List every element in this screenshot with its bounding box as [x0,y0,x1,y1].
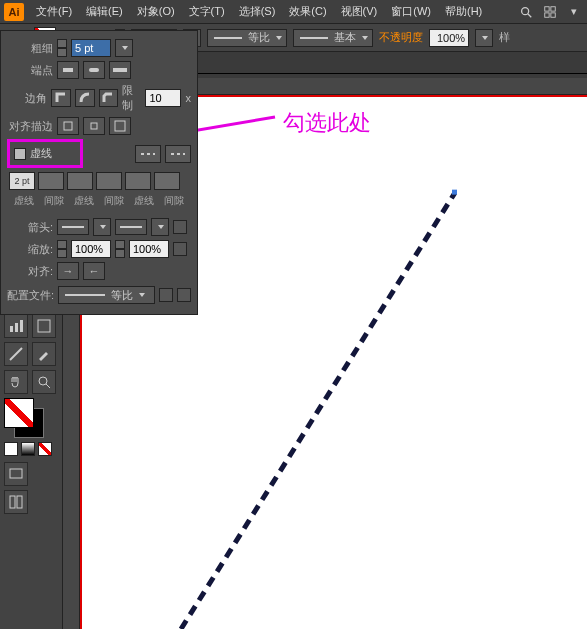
svg-rect-9 [63,68,73,72]
align-inside-button[interactable] [83,117,105,135]
fill-swatch-front[interactable] [4,398,34,428]
scale1-stepper[interactable] [57,240,67,258]
artboard-tool-icon[interactable] [32,314,56,338]
zoom-tool-icon[interactable] [32,370,56,394]
svg-line-1 [528,13,532,17]
weight-dropdown[interactable] [115,39,133,57]
menu-effect[interactable]: 效果(C) [283,2,332,21]
svg-point-0 [522,7,529,14]
graph-tool-icon[interactable] [4,314,28,338]
svg-rect-23 [17,496,22,508]
slice-tool-icon[interactable] [4,342,28,366]
align-end-button[interactable]: ← [83,262,105,280]
svg-line-20 [46,384,50,388]
flip-across-icon[interactable] [159,288,173,302]
search-icon[interactable] [517,3,535,21]
dash-checkbox[interactable] [14,148,26,160]
svg-rect-13 [91,123,97,129]
brush-dropdown[interactable]: 基本 [293,29,373,47]
menu-window[interactable]: 窗口(W) [385,2,437,21]
swap-arrows-icon[interactable] [173,220,187,234]
profile-dropdown[interactable]: 等比 [58,286,155,304]
weight-field[interactable]: 5 pt [71,39,111,57]
svg-rect-2 [545,6,549,10]
menu-right-icons: ▾ [517,3,583,21]
menu-text[interactable]: 文字(T) [183,2,231,21]
stroke-panel: 粗细 5 pt 端点 边角 限制 10 x 对齐描边 虚线 2 pt [0,30,198,315]
svg-rect-15 [10,326,13,332]
none-mode-icon[interactable] [38,442,52,456]
svg-rect-7 [452,190,457,195]
tool-strip [0,310,63,629]
svg-rect-4 [545,12,549,16]
svg-rect-11 [113,68,127,72]
screen-mode-icon[interactable] [4,462,28,486]
chevron-down-icon[interactable]: ▾ [565,3,583,21]
limit-field[interactable]: 10 [145,89,181,107]
align-center-button[interactable] [57,117,79,135]
menu-object[interactable]: 对象(O) [131,2,181,21]
flip-along-icon[interactable] [177,288,191,302]
align-arrow-label: 对齐: [7,264,53,279]
scale2-field[interactable]: 100% [129,240,169,258]
menu-view[interactable]: 视图(V) [335,2,384,21]
arrow-end-caret[interactable] [151,218,169,236]
app-badge: Ai [4,3,24,21]
gap-field-2[interactable] [96,172,122,190]
svg-rect-14 [115,121,125,131]
arrow-start-caret[interactable] [93,218,111,236]
scale1-field[interactable]: 100% [71,240,111,258]
menu-edit[interactable]: 编辑(E) [80,2,129,21]
menu-select[interactable]: 选择(S) [233,2,282,21]
hand-tool-icon[interactable] [4,370,28,394]
gradient-mode-icon[interactable] [21,442,35,456]
opacity-field[interactable]: 100% [429,29,469,47]
opacity-label[interactable]: 不透明度 [379,30,423,45]
scale2-stepper[interactable] [115,240,125,258]
dash-align-button[interactable] [165,145,191,163]
cap-square-button[interactable] [109,61,131,79]
edit-toolbar-icon[interactable] [4,490,28,514]
cap-butt-button[interactable] [57,61,79,79]
color-mode-icon[interactable] [4,442,18,456]
corner-label: 边角 [7,91,47,106]
corner-round-button[interactable] [75,89,95,107]
dash-field-3[interactable] [125,172,151,190]
limit-label: 限制 [122,83,141,113]
svg-rect-5 [551,12,555,16]
dash-sublabels: 虚线间隙虚线间隙虚线间隙 [11,194,191,208]
svg-rect-22 [10,496,15,508]
limit-x-label: x [185,92,191,104]
arrange-icon[interactable] [541,3,559,21]
dash-checkbox-wrap[interactable]: 虚线 [7,139,83,168]
variable-width-dropdown[interactable]: 等比 [207,29,287,47]
align-tip-button[interactable]: → [57,262,79,280]
svg-rect-21 [10,469,22,478]
svg-rect-10 [89,68,99,72]
align-outside-button[interactable] [109,117,131,135]
svg-line-6 [181,193,455,629]
cap-round-button[interactable] [83,61,105,79]
dash-field-2[interactable] [67,172,93,190]
arrow-start-dropdown[interactable] [57,219,89,235]
cap-label: 端点 [7,63,53,78]
style-suffix-label: 样 [499,30,510,45]
profile-label: 配置文件: [7,288,54,303]
arrow-end-dropdown[interactable] [115,219,147,235]
svg-rect-12 [64,122,72,130]
eyedropper-tool-icon[interactable] [32,342,56,366]
dash-field-1[interactable]: 2 pt [9,172,35,190]
weight-stepper[interactable] [57,39,67,57]
svg-rect-18 [38,320,50,332]
corner-miter-button[interactable] [51,89,71,107]
opacity-dropdown[interactable] [475,29,493,47]
menu-help[interactable]: 帮助(H) [439,2,488,21]
gap-field-1[interactable] [38,172,64,190]
link-scale-icon[interactable] [173,242,187,256]
weight-label: 粗细 [7,41,53,56]
menu-file[interactable]: 文件(F) [30,2,78,21]
fill-stroke-stack[interactable] [4,398,50,438]
corner-bevel-button[interactable] [99,89,119,107]
gap-field-3[interactable] [154,172,180,190]
dash-preserve-button[interactable] [135,145,161,163]
